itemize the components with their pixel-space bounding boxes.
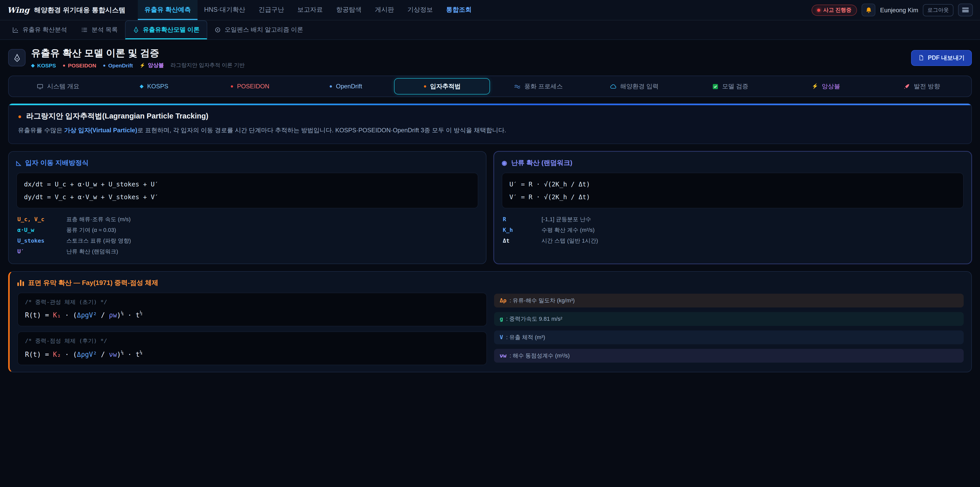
tab-model-validation[interactable]: 모델 검증: [682, 78, 778, 94]
page-header: 유출유 확산 모델 이론 및 검증 ◆KOSPS ●POSEIDON ●Open…: [0, 40, 980, 73]
page-subtitle: 라그랑지안 입자추적 이론 기반: [170, 62, 245, 69]
subnav-item-spill-analysis[interactable]: 유출유 확산분석: [5, 21, 74, 39]
hamburger-menu-button[interactable]: [958, 3, 973, 16]
nav-item-label: 항공탐색: [336, 6, 362, 14]
formula-coefficient: K₂: [53, 350, 61, 358]
legend-row: K_h수평 확산 계수 (m²/s): [502, 225, 964, 235]
code-line: V′ = R · √(2K_h / Δt): [509, 190, 956, 203]
legend-desc: 시간 스텝 (일반 1시간): [542, 237, 963, 245]
formula-exponent: ½: [140, 311, 142, 316]
intro-description: 유출유를 수많은 가상 입자(Virtual Particle)로 표현하며, …: [18, 126, 962, 136]
nav-item-board[interactable]: 게시판: [368, 0, 401, 20]
code-comment: /* 중력-점성 체제 (후기) */: [25, 337, 479, 346]
nav-item-hns-atmospheric[interactable]: HNS·대기확산: [197, 0, 252, 20]
app-title: 해양환경 위기대응 통합시스템: [34, 5, 125, 14]
swirl-icon: ◉: [502, 160, 507, 166]
tab-system-overview[interactable]: 시스템 개요: [11, 78, 106, 94]
nav-item-aerial-search[interactable]: 항공탐색: [329, 0, 368, 20]
dot-icon: ●: [62, 63, 65, 68]
scatter-chart-icon: [12, 27, 19, 33]
legend-desc: 풍류 기여 (α ≈ 0.03): [66, 226, 477, 234]
bolt-icon: ⚡: [140, 63, 145, 68]
nav-item-reports[interactable]: 보고자료: [291, 0, 329, 20]
list-icon: [81, 27, 88, 33]
tab-particle-tracking[interactable]: ● 입자추적법: [394, 78, 490, 94]
legend-key: Δt: [503, 238, 542, 244]
fay-formula-column: /* 중력-관성 체제 (초기) */ R(t) = K₁ · (ΔρgV² /…: [18, 293, 487, 365]
logout-button[interactable]: 로그아웃: [923, 4, 953, 16]
tab-label: 입자추적법: [430, 82, 461, 91]
tab-label: OpenDrift: [336, 83, 362, 90]
tab-weathering-process[interactable]: 풍화 프로세스: [491, 78, 586, 94]
user-name: Eunjeong Kim: [880, 6, 918, 14]
nav-item-emergency-rescue[interactable]: 긴급구난: [252, 0, 291, 20]
dot-icon: ●: [103, 63, 106, 68]
tab-ocean-env-input[interactable]: 해양환경 입력: [587, 78, 682, 94]
card-title: 난류 확산 (랜덤워크): [511, 158, 573, 168]
legend-key: K_h: [503, 227, 542, 233]
formula-term: νw: [109, 350, 117, 358]
formula-exponent: ⅙: [121, 350, 124, 355]
subnav-item-model-theory[interactable]: 유출유확산모델 이론: [125, 21, 207, 39]
subnav-item-oil-boom-theory[interactable]: 오일펜스 배치 알고리즘 이론: [207, 21, 310, 39]
topbar: Wing 해양환경 위기대응 통합시스템 유출유 확산예측 HNS·대기확산 긴…: [0, 0, 980, 21]
legend-row: U_stokes스토크스 표류 (파랑 영향): [16, 235, 478, 246]
legend-desc: 스토크스 표류 (파랑 영향): [66, 237, 477, 245]
badge-label: OpenDrift: [108, 62, 133, 69]
legend-key: R: [503, 216, 542, 223]
legend-row: U′난류 확산 (랜덤워크): [16, 246, 478, 257]
nav-item-weather-info[interactable]: 기상정보: [401, 0, 439, 20]
monitor-icon: [37, 83, 43, 89]
formula-text: ): [117, 311, 121, 319]
formula-text: /: [97, 311, 109, 319]
nav-item-label: 유출유 확산예측: [145, 6, 191, 14]
pen-nib-icon: [132, 26, 139, 33]
turbulent-diffusion-card: ◉ 난류 확산 (랜덤워크) U′ = R · √(2K_h / Δt) V′ …: [493, 151, 972, 264]
formula-text: ): [117, 350, 121, 358]
param-desc: : 유출 체적 (m³): [506, 334, 545, 341]
legend-row: α·U_w풍류 기여 (α ≈ 0.03): [16, 225, 478, 235]
nav-item-label: 긴급구난: [259, 6, 284, 14]
poseidon-badge: ●POSEIDON: [62, 62, 96, 69]
card-title-row: ◺ 입자 이동 지배방정식: [16, 158, 478, 168]
page-icon-tile: [8, 49, 25, 66]
card-title: 표면 유막 확산 — Fay(1971) 중력-점성 체제: [28, 278, 158, 287]
rocket-icon: [904, 83, 910, 89]
incident-status-badge[interactable]: 사고 진행중: [811, 4, 857, 16]
tab-label: 풍화 프로세스: [524, 82, 563, 91]
notifications-button[interactable]: [862, 3, 876, 16]
formula-text: · (: [61, 350, 77, 358]
tab-label: 시스템 개요: [47, 82, 80, 91]
nav-item-integrated-search[interactable]: 통합조회: [439, 0, 478, 20]
secondary-nav: 유출유 확산분석 분석 목록 유출유확산모델 이론 오일펜스 배치 알고리즘 이…: [0, 21, 980, 40]
fay-body: /* 중력-관성 체제 (초기) */ R(t) = K₁ · (ΔρgV² /…: [18, 293, 964, 365]
bar-chart-icon: [18, 280, 24, 286]
formula-term: ΔρgV²: [77, 350, 97, 358]
param-key: V: [500, 334, 503, 341]
intro-body: ● 라그랑지안 입자추적법(Lagrangian Particle Tracki…: [9, 105, 971, 144]
tab-ensemble[interactable]: ⚡ 앙상블: [779, 78, 873, 94]
nav-item-label: 기상정보: [407, 6, 433, 14]
legend-key: U_c, V_c: [18, 216, 66, 223]
tab-opendrift[interactable]: ● OpenDrift: [298, 78, 393, 94]
pdf-export-button[interactable]: PDF 내보내기: [911, 50, 972, 65]
card-title-row: 표면 유막 확산 — Fay(1971) 중력-점성 체제: [18, 278, 964, 287]
tab-label: 앙상블: [822, 82, 840, 91]
subnav-item-analysis-list[interactable]: 분석 목록: [74, 21, 125, 39]
app-logo: Wing: [7, 5, 29, 14]
legend-desc: 난류 확산 (랜덤워크): [66, 248, 477, 255]
tab-label: 모델 검증: [722, 82, 749, 91]
incident-dot-icon: [817, 8, 820, 11]
code-line: dy/dt = V_c + α·V_w + V_stokes + V′: [24, 190, 471, 203]
tab-future-direction[interactable]: 발전 방향: [874, 78, 969, 94]
param-desc: : 중력가속도 9.81 m/s²: [506, 315, 562, 323]
gravity-viscous-code-block: /* 중력-점성 체제 (후기) */ R(t) = K₂ · (ΔρgV² /…: [18, 332, 487, 365]
desc-text: 유출유를 수많은: [18, 127, 64, 134]
tab-kosps[interactable]: ◆ KOSPS: [107, 78, 202, 94]
page-header-text: 유출유 확산 모델 이론 및 검증 ◆KOSPS ●POSEIDON ●Open…: [31, 46, 905, 69]
nav-item-oil-spill-forecast[interactable]: 유출유 확산예측: [138, 0, 197, 20]
brand: Wing 해양환경 위기대응 통합시스템: [7, 0, 126, 20]
app-root: Wing 해양환경 위기대응 통합시스템 유출유 확산예측 HNS·대기확산 긴…: [0, 0, 980, 487]
page-title: 유출유 확산 모델 이론 및 검증: [31, 46, 905, 59]
tab-poseidon[interactable]: ● POSEIDON: [202, 78, 298, 94]
